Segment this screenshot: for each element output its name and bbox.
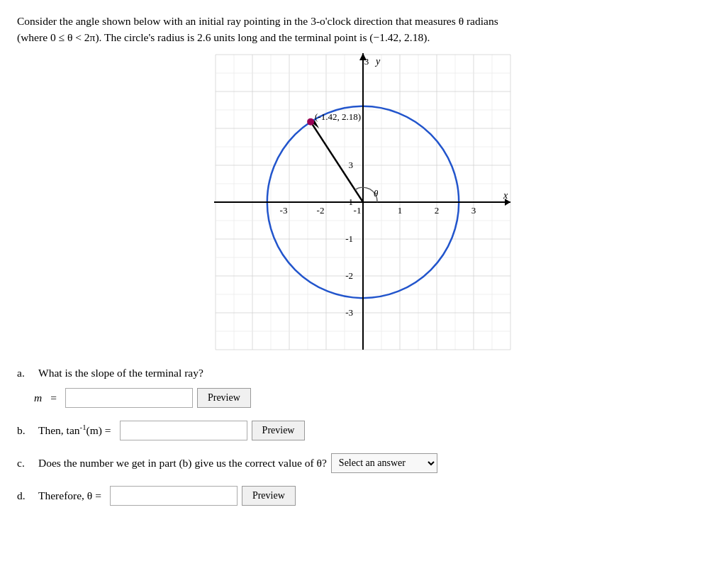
terminal-point-label: (-1.42, 2.18) <box>315 111 361 122</box>
x-label-2: 2 <box>435 205 440 216</box>
x-label-1: 1 <box>398 205 403 216</box>
preview-button-b[interactable]: Preview <box>252 421 306 440</box>
arctan-input[interactable] <box>120 421 247 440</box>
y-label-neg2: -2 <box>345 270 353 281</box>
coordinate-graph: θ (-1.42, 2.18) -3 -2 -1 1 2 3 3 -1 -2 -… <box>214 53 512 351</box>
y-label-neg3: -3 <box>345 307 353 318</box>
preview-button-a[interactable]: Preview <box>197 388 251 408</box>
problem-text: Consider the angle shown below with an i… <box>17 13 709 46</box>
part-a-text: What is the slope of the terminal ray? <box>38 364 203 382</box>
x-label-neg3: -3 <box>280 205 288 216</box>
question-b-row: b. Then, tan-1(m) = Preview <box>17 421 709 440</box>
equals-sign-a: = <box>50 389 57 407</box>
superscript-minus1: -1 <box>80 423 86 431</box>
part-c-text: Does the number we get in part (b) give … <box>38 454 327 472</box>
theta-label: θ <box>374 188 379 199</box>
y-label-1: 1 <box>349 196 354 207</box>
graph-container: θ (-1.42, 2.18) -3 -2 -1 1 2 3 3 -1 -2 -… <box>17 53 709 351</box>
part-b-text-pre: Then, tan-1(m) = <box>38 421 111 440</box>
preview-button-d[interactable]: Preview <box>242 486 296 506</box>
slope-input[interactable] <box>65 388 193 408</box>
question-c-row: c. Does the number we get in part (b) gi… <box>17 453 709 473</box>
x-label-neg2: -2 <box>317 205 325 216</box>
y-top-3: 3 <box>364 56 369 67</box>
y-axis-label: y <box>374 56 381 67</box>
terminal-ray <box>311 121 363 201</box>
questions-section: a. What is the slope of the terminal ray… <box>17 364 709 506</box>
x-label-3: 3 <box>471 205 476 216</box>
part-b-letter: b. <box>17 421 30 440</box>
question-a-row: a. What is the slope of the terminal ray… <box>17 364 709 382</box>
x-label-neg1: -1 <box>354 205 362 216</box>
m-equals-label: m <box>34 389 42 407</box>
select-answer-dropdown[interactable]: Select an answer Yes No <box>331 453 437 473</box>
theta-input[interactable] <box>110 486 238 506</box>
part-d-text: Therefore, θ = <box>38 487 101 505</box>
problem-line1: Consider the angle shown below with an i… <box>17 15 498 27</box>
x-axis-label: x <box>503 190 508 201</box>
part-a-letter: a. <box>17 364 30 382</box>
terminal-point-dot <box>307 118 314 125</box>
part-c-letter: c. <box>17 454 30 472</box>
question-d-row: d. Therefore, θ = Preview <box>17 486 709 506</box>
part-d-letter: d. <box>17 487 30 505</box>
problem-line2: (where 0 ≤ θ < 2π). The circle's radius … <box>17 31 430 43</box>
y-label-neg1: -1 <box>345 233 353 244</box>
question-a-input-row: m = Preview <box>34 388 709 408</box>
y-label-3: 3 <box>349 160 354 170</box>
